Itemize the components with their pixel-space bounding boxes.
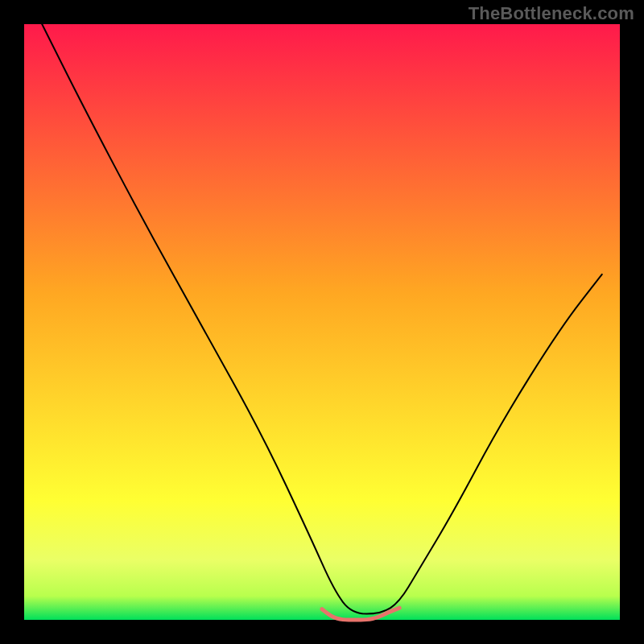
watermark-text: TheBottleneck.com [469,3,634,24]
bottleneck-chart [0,0,644,644]
chart-background [24,24,620,620]
chart-frame: TheBottleneck.com [0,0,644,644]
